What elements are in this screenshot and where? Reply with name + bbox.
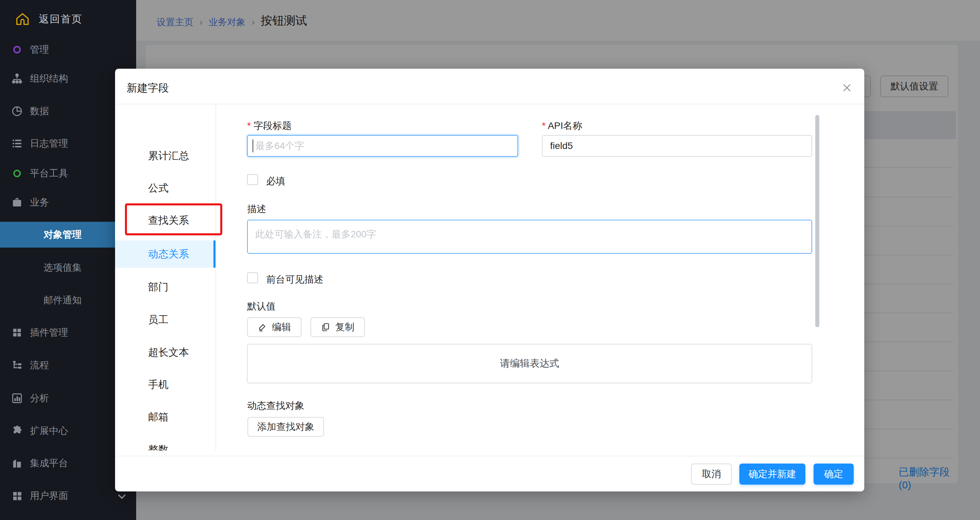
field-title-label: 字段标题 [247, 119, 292, 132]
menu-item-formula[interactable]: 公式 [115, 174, 216, 202]
menu-item-integer[interactable]: 整数 [115, 436, 216, 450]
briefcase-icon [10, 197, 24, 208]
sidebar-item-label: 对象管理 [44, 228, 82, 241]
menu-item-dynamic-relation[interactable]: 动态关系 [115, 241, 216, 268]
sidebar-item-label: 邮件通知 [44, 294, 82, 307]
platform-dot-icon [10, 170, 24, 177]
add-lookup-object-label: 添加查找对象 [257, 420, 315, 433]
ok-button[interactable]: 确定 [813, 463, 854, 485]
add-lookup-object-button[interactable]: 添加查找对象 [247, 417, 324, 437]
menu-item-lookup[interactable]: 查找关系 [115, 207, 216, 234]
sidebar-item-label: 管理 [30, 43, 49, 56]
modal-footer-divider [115, 456, 864, 457]
required-checkbox[interactable] [247, 174, 258, 185]
dynamic-lookup-label: 动态查找对象 [247, 399, 304, 412]
expression-placeholder: 请编辑表达式 [500, 357, 559, 370]
menu-item-email[interactable]: 邮箱 [115, 403, 216, 431]
modal-header-divider [115, 104, 864, 105]
plugin-grid-icon [10, 327, 24, 338]
sidebar-home-label: 返回首页 [39, 12, 83, 26]
text-caret [253, 140, 253, 152]
org-structure-icon [10, 73, 24, 84]
menu-divider [215, 104, 216, 450]
pencil-icon [258, 322, 267, 332]
ui-grid-icon [10, 490, 24, 502]
cancel-button[interactable]: 取消 [691, 463, 732, 485]
default-value-label: 默认值 [247, 300, 276, 313]
sidebar-item-label: 用户界面 [30, 489, 68, 502]
front-visible-desc-label: 前台可见描述 [266, 273, 323, 286]
list-icon [10, 138, 24, 149]
menu-item-phone[interactable]: 手机 [115, 371, 216, 398]
flow-tree-icon [10, 360, 24, 371]
front-visible-desc-checkbox[interactable] [247, 273, 258, 283]
description-textarea[interactable] [247, 220, 812, 254]
sidebar-item-label: 平台工具 [30, 167, 68, 180]
bar-chart-icon [10, 392, 24, 404]
home-icon [15, 11, 30, 27]
field-type-menu: 累计汇总 公式 查找关系 动态关系 部门 员工 超长文本 手机 邮箱 整数 多选 [115, 104, 216, 450]
description-label: 描述 [247, 203, 266, 216]
close-icon[interactable] [839, 80, 854, 95]
sidebar-item-label: 日志管理 [30, 137, 68, 150]
menu-item-department[interactable]: 部门 [115, 273, 216, 301]
new-field-modal: 新建字段 累计汇总 公式 查找关系 动态关系 部门 员工 超长文本 手机 邮箱 … [115, 69, 864, 491]
sidebar-item-label: 分析 [30, 392, 49, 405]
copy-default-label: 复制 [335, 321, 354, 334]
sidebar-item-label: 组织结构 [30, 72, 68, 85]
menu-item-rollup[interactable]: 累计汇总 [115, 142, 216, 170]
sidebar-item-manage[interactable]: 管理 [0, 39, 136, 60]
api-name-input[interactable] [542, 135, 812, 157]
sidebar-item-label: 插件管理 [30, 326, 68, 339]
sidebar-item-label: 流程 [30, 359, 49, 372]
building-icon [10, 457, 24, 469]
menu-item-employee[interactable]: 员工 [115, 306, 216, 333]
api-name-label: API名称 [542, 119, 582, 132]
sidebar-home[interactable]: 返回首页 [0, 6, 136, 32]
field-title-input[interactable] [247, 135, 518, 157]
modal-scrollbar[interactable] [815, 115, 819, 327]
manage-dot-icon [10, 46, 24, 53]
required-label: 必填 [266, 175, 285, 188]
expression-box[interactable]: 请编辑表达式 [247, 344, 812, 383]
menu-item-long-text[interactable]: 超长文本 [115, 339, 216, 366]
ok-and-new-button[interactable]: 确定并新建 [739, 463, 805, 485]
sidebar-item-label: 选项值集 [44, 261, 82, 274]
edit-default-label: 编辑 [272, 321, 291, 334]
sidebar-item-label: 数据 [30, 105, 49, 118]
copy-default-button[interactable]: 复制 [310, 317, 365, 337]
puzzle-icon [10, 425, 24, 437]
sidebar-item-label: 业务 [30, 196, 49, 209]
modal-title: 新建字段 [127, 81, 169, 95]
copy-icon [321, 322, 331, 332]
sidebar-item-label: 扩展中心 [30, 425, 68, 438]
sidebar-item-label: 集成平台 [30, 457, 68, 470]
pie-chart-icon [10, 105, 24, 117]
edit-default-button[interactable]: 编辑 [247, 317, 302, 337]
